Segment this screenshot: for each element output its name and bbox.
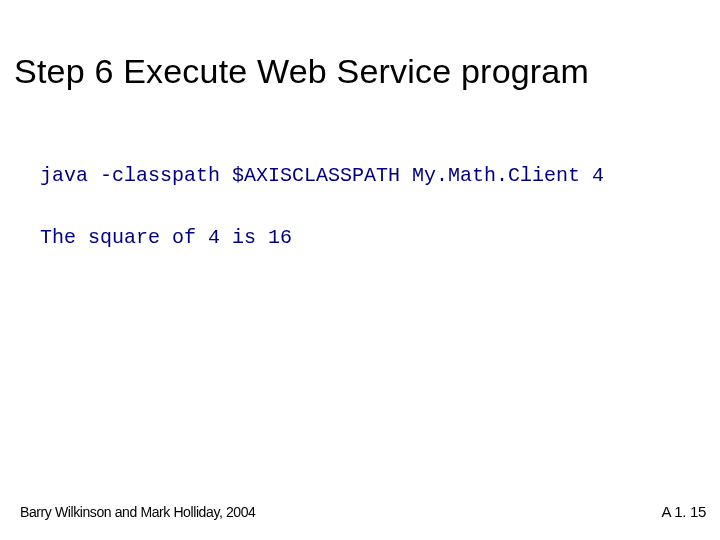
code-output: The square of 4 is 16: [40, 226, 292, 249]
code-command: java -classpath $AXISCLASSPATH My.Math.C…: [40, 164, 604, 187]
footer-page-number: A 1. 15: [661, 503, 706, 520]
slide: Step 6 Execute Web Service program java …: [0, 0, 720, 540]
footer-authors: Barry Wilkinson and Mark Holliday, 2004: [20, 504, 255, 520]
slide-title: Step 6 Execute Web Service program: [14, 52, 706, 91]
